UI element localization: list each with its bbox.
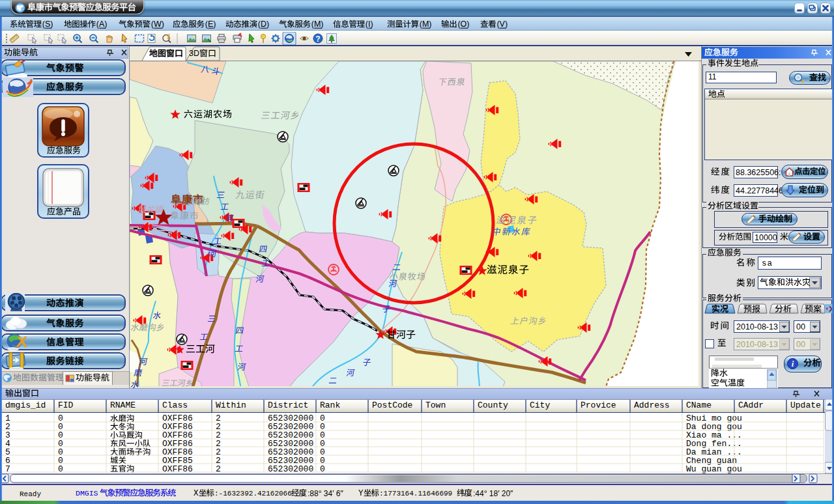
- svg-text:i: i: [792, 359, 794, 369]
- svg-text:?: ?: [315, 35, 320, 44]
